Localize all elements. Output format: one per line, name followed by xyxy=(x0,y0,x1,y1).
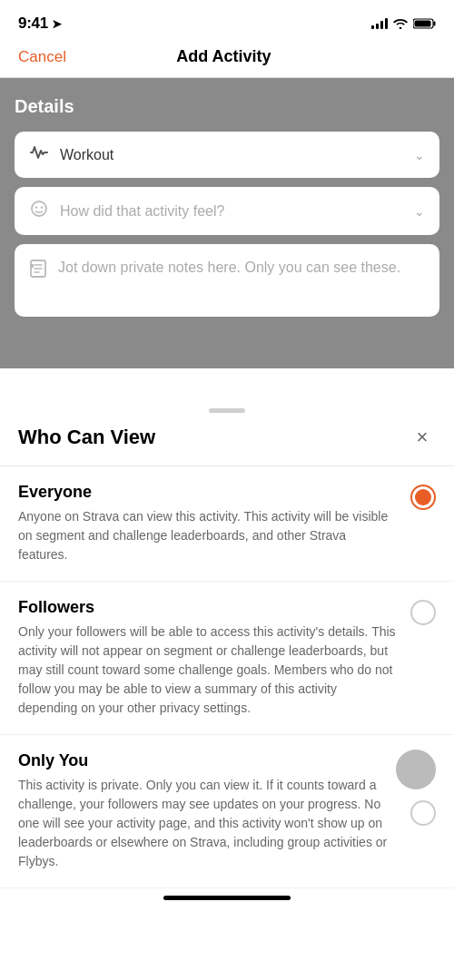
details-section: Details Workout ⌄ How did that ac xyxy=(0,78,454,368)
notes-icon xyxy=(29,259,47,283)
feeling-icon xyxy=(29,200,49,222)
drag-handle-container xyxy=(0,399,454,420)
sheet-header: Who Can View × xyxy=(0,420,454,466)
option-followers-content: Followers Only your followers will be ab… xyxy=(18,598,410,718)
wifi-icon xyxy=(393,18,408,29)
activity-feeling-left: How did that activity feel? xyxy=(29,200,224,222)
workout-chevron-icon: ⌄ xyxy=(414,148,425,162)
workout-label: Workout xyxy=(60,147,114,163)
home-bar xyxy=(163,896,291,900)
workout-field-left: Workout xyxy=(29,144,114,165)
radio-followers-outer xyxy=(410,600,436,625)
option-only-you-radio[interactable] xyxy=(410,799,436,826)
signal-icon xyxy=(371,18,388,29)
status-icons xyxy=(371,18,436,29)
option-everyone-description: Anyone on Strava can view this activity.… xyxy=(18,507,396,564)
workout-icon xyxy=(29,144,49,165)
notes-field[interactable]: Jot down private notes here. Only you ca… xyxy=(15,244,439,317)
nav-bar: Cancel Add Activity xyxy=(0,40,454,78)
option-followers-title: Followers xyxy=(18,598,396,617)
page-title: Add Activity xyxy=(176,47,271,66)
activity-feeling-field[interactable]: How did that activity feel? ⌄ xyxy=(15,187,439,235)
sheet-title: Who Can View xyxy=(18,426,155,449)
home-indicator xyxy=(0,888,454,904)
who-can-view-sheet: Who Can View × Everyone Anyone on Strava… xyxy=(0,399,454,980)
option-only-you-content: Only You This activity is private. Only … xyxy=(18,751,410,871)
close-icon: × xyxy=(417,426,429,449)
details-title: Details xyxy=(15,96,439,117)
location-arrow-icon: ➤ xyxy=(52,17,62,31)
radio-only-you-outer xyxy=(410,800,436,826)
svg-point-5 xyxy=(41,206,43,208)
radio-everyone-outer xyxy=(410,485,436,510)
svg-rect-2 xyxy=(415,21,431,27)
radio-everyone-inner xyxy=(415,489,431,505)
option-only-you-title: Only You xyxy=(18,751,396,770)
svg-point-3 xyxy=(32,201,46,216)
status-bar: 9:41 ➤ xyxy=(0,0,454,40)
option-followers-radio[interactable] xyxy=(410,598,436,625)
option-everyone-radio[interactable] xyxy=(410,483,436,510)
option-everyone-title: Everyone xyxy=(18,483,396,502)
option-followers-description: Only your followers will be able to acce… xyxy=(18,622,396,718)
option-only-you-description: This activity is private. Only you can v… xyxy=(18,776,396,871)
cancel-button[interactable]: Cancel xyxy=(18,48,66,66)
activity-feeling-placeholder: How did that activity feel? xyxy=(60,203,224,220)
notes-placeholder: Jot down private notes here. Only you ca… xyxy=(58,257,400,279)
feeling-chevron-icon: ⌄ xyxy=(414,204,425,219)
close-button[interactable]: × xyxy=(409,424,436,451)
svg-point-4 xyxy=(35,206,37,208)
drag-handle xyxy=(209,408,245,413)
svg-rect-7 xyxy=(30,264,34,268)
option-only-you[interactable]: Only You This activity is private. Only … xyxy=(0,735,454,888)
battery-icon xyxy=(413,18,436,29)
option-followers[interactable]: Followers Only your followers will be ab… xyxy=(0,582,454,735)
status-time: 9:41 ➤ xyxy=(18,15,62,33)
only-you-overlay xyxy=(396,750,436,789)
svg-rect-1 xyxy=(434,22,436,26)
option-everyone[interactable]: Everyone Anyone on Strava can view this … xyxy=(0,466,454,582)
workout-field[interactable]: Workout ⌄ xyxy=(15,132,439,178)
option-everyone-content: Everyone Anyone on Strava can view this … xyxy=(18,483,410,564)
